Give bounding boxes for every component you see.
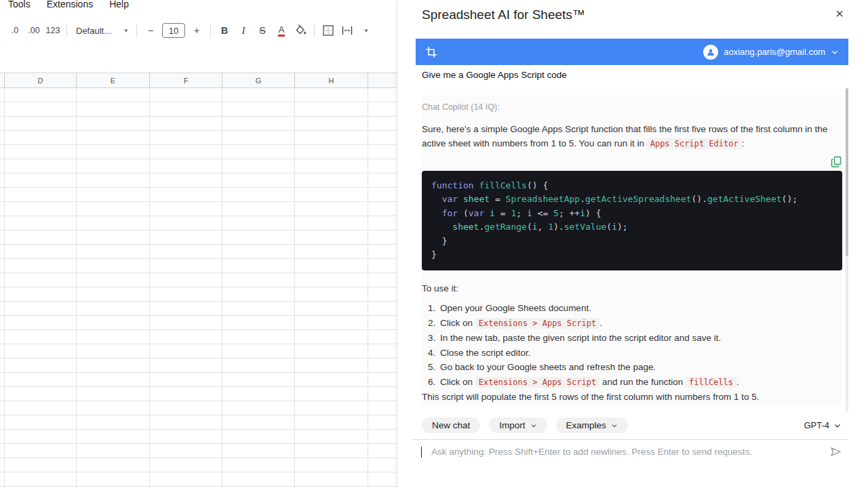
- font-size-input[interactable]: 10: [162, 23, 185, 38]
- sheet-grid[interactable]: [0, 88, 397, 488]
- decrease-font-size-button[interactable]: −: [142, 22, 159, 39]
- increase-decimal-button[interactable]: .00: [25, 22, 43, 39]
- inline-code: fillCells: [686, 377, 736, 388]
- instruction-step: Open your Google Sheets document.: [438, 301, 842, 316]
- column-header-G[interactable]: G: [222, 73, 295, 87]
- column-header-D[interactable]: D: [5, 73, 77, 87]
- model-selector[interactable]: GPT-4: [804, 420, 842, 430]
- toolbar-separator: [210, 24, 211, 37]
- toolbar-separator: [66, 24, 67, 37]
- examples-button[interactable]: Examples: [556, 418, 628, 433]
- bold-button[interactable]: B: [221, 25, 228, 36]
- menu-extensions[interactable]: Extensions: [47, 0, 93, 9]
- menu-tools[interactable]: Tools: [8, 0, 31, 9]
- italic-button[interactable]: I: [242, 25, 245, 37]
- chevron-down-icon: ▾: [365, 27, 368, 34]
- send-icon: [830, 446, 842, 458]
- grid-column[interactable]: [5, 88, 77, 488]
- steps-list: Open your Google Sheets document.Click o…: [422, 301, 842, 390]
- instruction-step: Click on Extensions > Apps Script.: [438, 316, 842, 331]
- response-text: Sure, here's a simple Google Apps Script…: [422, 122, 842, 152]
- text-color-button[interactable]: A: [278, 25, 285, 37]
- instruction-step: Go back to your Google sheets and refres…: [438, 360, 842, 375]
- chevron-down-icon: [833, 422, 842, 430]
- account-avatar: [703, 45, 718, 60]
- toolbar-separator: [136, 24, 137, 37]
- decrease-decimal-button[interactable]: .0: [6, 22, 24, 39]
- chevron-down-icon: [611, 422, 618, 429]
- spreadsheet-pane: ToolsExtensionsHelp .0 .00 123 Default..…: [0, 0, 397, 488]
- code-line: }: [431, 235, 833, 249]
- menu-help[interactable]: Help: [109, 0, 129, 9]
- closing-text: This script will populate the first 5 ro…: [422, 390, 842, 405]
- borders-button[interactable]: [319, 22, 337, 39]
- model-label: GPT-4: [804, 420, 829, 430]
- strikethrough-button[interactable]: S: [259, 25, 265, 36]
- chevron-down-icon: ▾: [124, 27, 127, 34]
- paint-bucket-icon: [294, 24, 307, 37]
- inline-code: Extensions > Apps Script: [475, 318, 599, 329]
- column-header-E[interactable]: E: [77, 73, 150, 87]
- code-line: var sheet = SpreadsheetApp.getActiveSpre…: [431, 192, 833, 207]
- text-caret: [421, 447, 422, 458]
- fill-color-button[interactable]: [292, 22, 309, 39]
- copilot-label: Chat Copilot (14 IQ):: [422, 100, 842, 115]
- merge-cells-dropdown[interactable]: ▾: [357, 22, 375, 39]
- chat-scrollbar[interactable]: [846, 88, 848, 412]
- number-format-button[interactable]: 123: [44, 22, 62, 39]
- addon-title: Spreadsheet AI for Sheets™: [422, 7, 585, 22]
- message-input[interactable]: [431, 447, 830, 457]
- chevron-down-icon: [530, 422, 537, 429]
- code-line: for (var i = 1; i <= 5; ++i) {: [431, 207, 833, 221]
- instruction-step: Close the script editor.: [438, 346, 842, 361]
- account-email: aoxiang.paris@gmail.com: [724, 47, 825, 57]
- scrollbar-thumb[interactable]: [846, 88, 848, 256]
- account-selector[interactable]: aoxiang.paris@gmail.com: [703, 45, 839, 60]
- column-header-F[interactable]: F: [150, 73, 222, 87]
- instruction-step: In the new tab, paste the given script i…: [438, 331, 842, 346]
- borders-icon: [322, 24, 334, 37]
- copy-code-button[interactable]: [831, 156, 842, 168]
- toolbar-separator: [314, 24, 315, 37]
- inline-code: Apps Script Editor: [647, 138, 742, 149]
- grid-column[interactable]: [295, 88, 368, 488]
- sheets-toolbar: .0 .00 123 Default... ▾ − 10 + B I S A: [0, 19, 397, 42]
- import-button[interactable]: Import: [489, 418, 547, 433]
- font-selector-label: Default...: [76, 26, 111, 36]
- instruction-step: Click on Extensions > Apps Script and ru…: [438, 375, 842, 390]
- merge-cells-icon: [341, 24, 353, 37]
- merge-cells-button[interactable]: [338, 22, 356, 39]
- column-header-partial: [0, 73, 5, 87]
- grid-column[interactable]: [150, 88, 222, 488]
- addon-panel: Spreadsheet AI for Sheets™ × aoxiang.par…: [397, 0, 868, 488]
- column-header-partial: [368, 73, 393, 87]
- to-use-label: To use it:: [422, 281, 842, 296]
- new-chat-button[interactable]: New chat: [422, 418, 480, 433]
- grid-column-partial: [0, 88, 5, 488]
- new-chat-label: New chat: [432, 420, 470, 430]
- send-button[interactable]: [830, 446, 842, 458]
- message-input-row: [412, 439, 848, 464]
- grid-column[interactable]: [222, 88, 295, 488]
- import-label: Import: [499, 420, 525, 430]
- person-icon: [706, 47, 715, 57]
- chevron-down-icon: [831, 48, 839, 56]
- column-header-H[interactable]: H: [295, 73, 368, 87]
- column-headers: DEFGH: [0, 73, 397, 88]
- examples-label: Examples: [566, 420, 606, 430]
- inline-code: Extensions > Apps Script: [475, 377, 599, 388]
- account-bar: aoxiang.paris@gmail.com: [416, 39, 848, 65]
- grid-column[interactable]: [77, 88, 150, 488]
- footer-bar: New chat Import Examples GPT-4: [422, 418, 842, 433]
- sheets-menubar: ToolsExtensionsHelp: [8, 0, 129, 9]
- crop-icon[interactable]: [425, 46, 437, 58]
- code-line: }: [431, 248, 833, 262]
- increase-font-size-button[interactable]: +: [188, 22, 205, 39]
- chat-response-area: Chat Copilot (14 IQ): Sure, here's a sim…: [422, 95, 842, 405]
- font-selector[interactable]: Default... ▾: [72, 22, 132, 39]
- code-block[interactable]: function fillCells() { var sheet = Sprea…: [422, 171, 842, 270]
- code-line: function fillCells() {: [431, 179, 833, 193]
- user-message: Give me a Google Apps Script code: [422, 70, 567, 80]
- code-line: sheet.getRange(i, 1).setValue(i);: [431, 220, 833, 235]
- close-button[interactable]: ×: [835, 6, 844, 22]
